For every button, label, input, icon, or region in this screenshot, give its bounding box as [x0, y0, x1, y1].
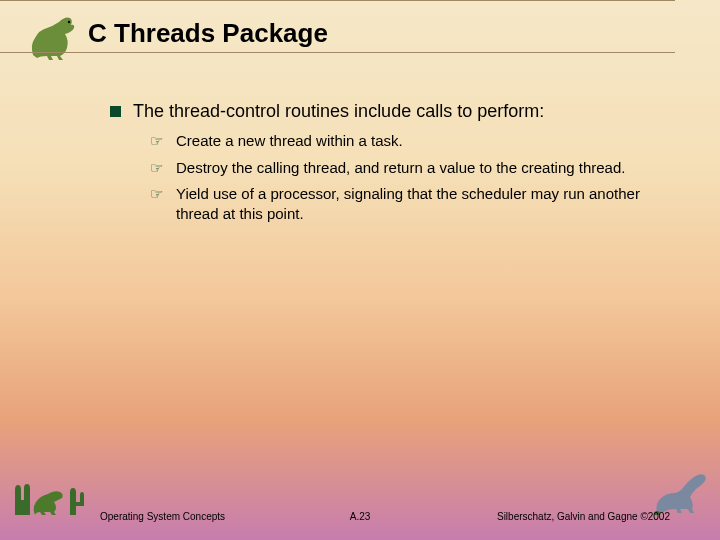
bullet-text: The thread-control routines include call…: [133, 100, 544, 123]
pointing-hand-icon: ☞: [150, 185, 168, 203]
slide-title: C Threads Package: [88, 18, 720, 49]
bullet-level2: ☞ Destroy the calling thread, and return…: [150, 158, 670, 178]
bullet-level2: ☞ Create a new thread within a task.: [150, 131, 670, 151]
dinosaur-decoration-top-icon: [25, 10, 80, 65]
content-area: The thread-control routines include call…: [110, 100, 670, 230]
subbullet-text: Destroy the calling thread, and return a…: [176, 158, 625, 178]
footer-center: A.23: [350, 511, 371, 522]
title-bar: C Threads Package: [88, 18, 720, 49]
bullet-level2: ☞ Yield use of a processor, signaling th…: [150, 184, 670, 225]
bullet-level1: The thread-control routines include call…: [110, 100, 670, 123]
slide: C Threads Package The thread-control rou…: [0, 0, 720, 540]
dinosaur-decoration-bottom-right-icon: [652, 463, 712, 518]
svg-point-0: [68, 21, 70, 23]
square-bullet-icon: [110, 106, 121, 117]
footer-left: Operating System Concepts: [100, 511, 225, 522]
subbullet-text: Create a new thread within a task.: [176, 131, 403, 151]
pointing-hand-icon: ☞: [150, 132, 168, 150]
rule-bottom: [0, 52, 675, 53]
rule-top: [0, 0, 675, 1]
footer-right: Silberschatz, Galvin and Gagne ©2002: [497, 511, 670, 522]
footer: Operating System Concepts A.23 Silbersch…: [0, 511, 720, 522]
pointing-hand-icon: ☞: [150, 159, 168, 177]
subbullet-text: Yield use of a processor, signaling that…: [176, 184, 670, 225]
